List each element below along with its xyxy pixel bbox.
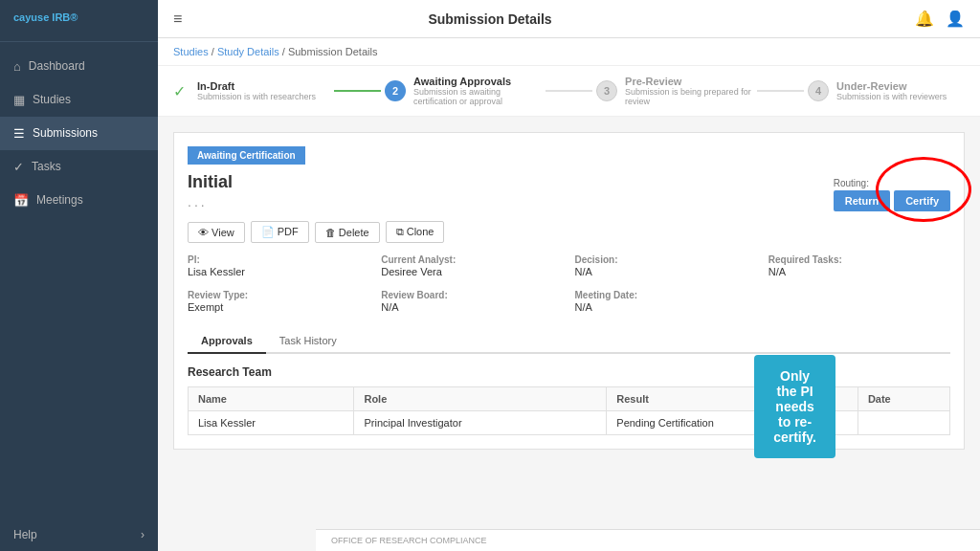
clone-icon: ⧉ (396, 226, 407, 237)
pdf-button[interactable]: 📄 PDF (251, 221, 309, 243)
detail-decision: Decision: N/A (575, 254, 757, 278)
submission-title-row: Initial ... Only the PI needs to re-cert… (188, 172, 950, 217)
step-4-subtitle: Submission is with reviewers (836, 92, 947, 101)
content-area: Awaiting Certification Initial ... Only … (158, 117, 980, 529)
submissions-icon: ☰ (13, 126, 25, 141)
awaiting-certification-badge: Awaiting Certification (188, 146, 305, 165)
step-pre-review: 3 Pre-Review Submission is being prepare… (596, 76, 753, 106)
pi-value: Lisa Kessler (188, 266, 245, 277)
notifications-icon[interactable]: 🔔 (915, 10, 934, 28)
breadcrumb-studies[interactable]: Studies (173, 46, 209, 57)
tab-approvals[interactable]: Approvals (188, 329, 266, 354)
detail-tabs: Approvals Task History (188, 329, 950, 354)
logo-sup: ® (70, 11, 78, 23)
breadcrumb-submission-details: Submission Details (288, 46, 378, 57)
required-tasks-label: Required Tasks: (768, 254, 950, 265)
required-tasks-value: N/A (768, 266, 786, 277)
sidebar-item-label: Studies (33, 93, 71, 106)
pdf-icon: 📄 (261, 226, 278, 237)
sidebar-item-label: Dashboard (29, 59, 85, 73)
page-title: Submission Details (428, 11, 551, 27)
row-date (858, 411, 949, 435)
row-role: Principal Investigator (354, 411, 607, 435)
user-icon[interactable]: 👤 (946, 10, 965, 28)
decision-value: N/A (575, 266, 592, 277)
sidebar-item-submissions[interactable]: ☰ Submissions (0, 117, 158, 150)
sidebar-item-meetings[interactable]: 📅 Meetings (0, 184, 158, 217)
review-board-label: Review Board: (381, 290, 563, 300)
research-team-table: Name Role Result Date Lisa Kessler Princ… (188, 386, 950, 435)
action-buttons-container: Routing: Return Certify (834, 178, 950, 211)
action-buttons-group: Return Certify (834, 190, 950, 211)
sidebar-item-tasks[interactable]: ✓ Tasks (0, 150, 158, 184)
column-header-date: Date (858, 387, 949, 411)
main-content: ≡ Submission Details 🔔 👤 Studies / Study… (158, 0, 980, 551)
sidebar-item-label: Submissions (33, 126, 98, 140)
dashboard-icon: ⌂ (13, 59, 21, 74)
detail-review-type: Review Type: Exempt (188, 290, 369, 314)
routing-label: Routing: (834, 178, 869, 188)
delete-icon: 🗑 (325, 227, 339, 238)
sidebar-item-dashboard[interactable]: ⌂ Dashboard (0, 50, 158, 83)
progress-steps: ✓ In-Draft Submission is with researcher… (158, 66, 980, 117)
submission-dots: ... (188, 194, 233, 209)
step-4-circle: 4 (808, 80, 829, 101)
return-button[interactable]: Return (834, 190, 890, 211)
sidebar-item-studies[interactable]: ▦ Studies (0, 83, 158, 117)
review-type-label: Review Type: (188, 290, 369, 300)
meeting-date-label: Meeting Date: (575, 290, 757, 300)
header-left: ≡ (173, 11, 182, 28)
submission-card: Awaiting Certification Initial ... Only … (173, 132, 965, 450)
delete-button[interactable]: 🗑 Delete (315, 222, 380, 243)
meetings-icon: 📅 (13, 193, 29, 208)
meeting-date-value: N/A (575, 301, 592, 313)
column-header-role: Role (354, 387, 607, 411)
step-2-circle: 2 (385, 80, 406, 101)
step-2-subtitle: Submission is awaiting certification or … (413, 87, 542, 106)
detail-analyst: Current Analyst: Desiree Vera (381, 254, 563, 278)
certify-button[interactable]: Certify (894, 190, 950, 211)
step-1-title: In-Draft (197, 80, 316, 92)
step-2-title: Awaiting Approvals (413, 76, 542, 87)
step-3-title: Pre-Review (625, 76, 753, 87)
step-check-icon: ✓ (173, 82, 186, 100)
clone-button[interactable]: ⧉ Clone (386, 221, 445, 243)
breadcrumb-study-details[interactable]: Study Details (217, 46, 279, 57)
step-awaiting-approvals: 2 Awaiting Approvals Submission is await… (385, 76, 542, 106)
review-board-value: N/A (381, 301, 398, 313)
step-3-circle: 3 (596, 80, 617, 101)
detail-meeting-date: Meeting Date: N/A (575, 290, 757, 314)
step-connector-1 (334, 90, 381, 92)
row-name: Lisa Kessler (189, 411, 354, 435)
research-team-title: Research Team (188, 365, 950, 379)
right-actions: Only the PI needs to re-certify. Routing… (834, 178, 950, 211)
sub-actions-bar: 👁 View 📄 PDF 🗑 Delete ⧉ Clone (188, 221, 950, 243)
step-connector-2 (546, 90, 592, 92)
sidebar: cayuse IRB® ⌂ Dashboard ▦ Studies ☰ Subm… (0, 0, 158, 551)
footer-text: OFFICE OF RESEARCH COMPLIANCE (331, 536, 487, 545)
footer: OFFICE OF RESEARCH COMPLIANCE (316, 529, 980, 551)
chevron-right-icon: › (141, 528, 145, 541)
step-connector-3 (757, 90, 804, 92)
detail-review-board: Review Board: N/A (381, 290, 563, 314)
eye-icon: 👁 (198, 227, 212, 238)
details-grid: PI: Lisa Kessler Current Analyst: Desire… (188, 254, 950, 314)
step-in-draft: ✓ In-Draft Submission is with researcher… (173, 80, 330, 101)
tooltip-text: Only the PI needs to re-certify. (773, 368, 816, 445)
detail-pi: PI: Lisa Kessler (188, 254, 369, 278)
step-1-subtitle: Submission is with researchers (197, 92, 316, 101)
help-label: Help (13, 528, 37, 541)
sidebar-logo: cayuse IRB® (0, 0, 158, 42)
pi-label: PI: (188, 254, 369, 265)
sidebar-item-help[interactable]: Help › (0, 518, 158, 551)
hamburger-menu[interactable]: ≡ (173, 11, 182, 28)
step-under-review: 4 Under-Review Submission is with review… (808, 80, 965, 101)
tab-task-history[interactable]: Task History (266, 329, 350, 354)
logo-text: cayuse IRB (13, 11, 70, 23)
red-circle-annotation (876, 157, 971, 222)
table-row: Lisa Kessler Principal Investigator Pend… (189, 411, 950, 435)
analyst-value: Desiree Vera (381, 266, 442, 277)
step-4-title: Under-Review (836, 80, 947, 92)
view-button[interactable]: 👁 View (188, 222, 245, 243)
tasks-icon: ✓ (13, 160, 24, 174)
